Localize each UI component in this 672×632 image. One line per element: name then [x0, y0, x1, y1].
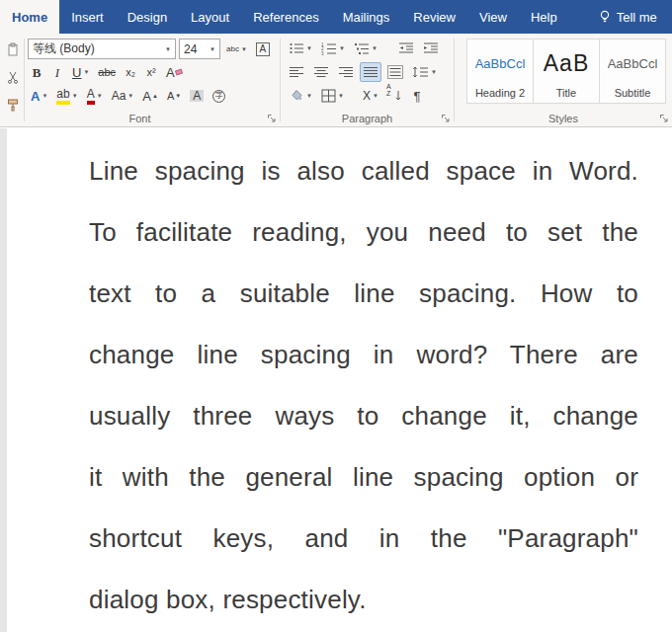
grow-font-button[interactable]: A ▲: [139, 86, 161, 106]
text-effects-icon: A: [31, 90, 40, 103]
align-center-icon: [313, 65, 329, 79]
strikethrough-icon: abc: [98, 67, 116, 78]
document-line[interactable]: shortcut keys, and in the "Paragraph": [89, 508, 638, 569]
highlighter-icon: ab: [56, 88, 69, 105]
document-line[interactable]: To facilitate reading, you need to set t…: [89, 201, 638, 263]
clear-formatting-button[interactable]: A: [163, 62, 186, 82]
increase-indent-icon: [423, 41, 439, 55]
font-color-button[interactable]: A ▼: [84, 86, 106, 106]
paragraph-group-label: Paragraph: [281, 113, 454, 124]
underline-button[interactable]: U ▼: [69, 62, 92, 82]
align-center-button[interactable]: [310, 62, 332, 82]
document-line[interactable]: Line spacing is also called space in Wor…: [89, 140, 638, 201]
character-shading-button[interactable]: A: [187, 86, 207, 106]
tab-review[interactable]: Review: [401, 0, 467, 34]
document-line[interactable]: text to a suitable line spacing. How to: [89, 263, 638, 324]
underline-icon: U: [72, 66, 81, 79]
paragraph-dialog-launcher[interactable]: [441, 114, 451, 123]
styles-dialog-launcher[interactable]: [659, 114, 669, 123]
distributed-button[interactable]: [384, 62, 406, 82]
asian-layout-icon: X: [363, 90, 371, 102]
styles-group: AaBbCcl Heading 2 AaB Title AaBbCcl Subt…: [455, 34, 672, 126]
font-color-icon: A: [87, 88, 95, 105]
tab-references[interactable]: References: [241, 0, 330, 34]
font-group-label: Font: [0, 113, 280, 124]
phonetic-guide-button[interactable]: abc ▼: [223, 40, 250, 59]
line-spacing-button[interactable]: ▼: [409, 62, 440, 82]
chevron-down-icon: ▼: [42, 93, 47, 99]
tab-layout[interactable]: Layout: [179, 0, 241, 34]
align-right-button[interactable]: [335, 62, 357, 82]
sort-z-label: Z: [386, 90, 390, 97]
font-name-value: 等线 (Body): [33, 40, 95, 57]
enclose-characters-icon: 字: [212, 90, 225, 103]
change-case-button[interactable]: Aa ▼: [109, 86, 137, 106]
bold-button[interactable]: B: [28, 62, 45, 82]
subscript-button[interactable]: x₂: [122, 62, 139, 82]
chevron-down-icon: ▼: [339, 45, 345, 51]
tab-design[interactable]: Design: [116, 0, 179, 34]
styles-group-label: Styles: [455, 113, 672, 124]
chevron-down-icon: ▼: [373, 93, 378, 99]
tab-insert[interactable]: Insert: [59, 0, 116, 34]
font-name-combobox[interactable]: 等线 (Body) ▼: [28, 39, 176, 59]
multilevel-list-icon: [354, 41, 370, 55]
shading-button[interactable]: ▼: [286, 86, 315, 106]
styles-gallery: AaBbCcl Heading 2 AaB Title AaBbCcl Subt…: [466, 39, 665, 104]
tab-view[interactable]: View: [467, 0, 519, 34]
borders-button[interactable]: ▼: [318, 86, 347, 106]
superscript-button[interactable]: x²: [142, 62, 160, 82]
justify-icon: [363, 65, 378, 79]
style-name: Title: [556, 87, 576, 99]
document-line[interactable]: dialog box, respectively.: [89, 569, 638, 630]
chevron-down-icon: ▼: [306, 45, 312, 51]
text-highlight-button[interactable]: ab ▼: [53, 86, 80, 106]
bullets-button[interactable]: ▼: [286, 39, 315, 58]
font-dialog-launcher[interactable]: [267, 114, 277, 123]
font-group: 等线 (Body) ▼ 24 ▼ abc ▼ A B I: [0, 34, 280, 126]
chevron-down-icon: ▼: [372, 45, 378, 51]
show-formatting-marks-button[interactable]: ¶: [408, 86, 426, 106]
chevron-down-icon: ▼: [83, 69, 89, 75]
multilevel-list-button[interactable]: ▼: [351, 39, 380, 58]
tab-help[interactable]: Help: [519, 0, 569, 34]
numbered-list-icon: 123: [321, 41, 337, 55]
svg-text:3: 3: [321, 51, 324, 56]
document-line[interactable]: change line spacing in word? There are: [89, 324, 638, 385]
shrink-font-button[interactable]: A ▼: [164, 86, 184, 106]
sort-button[interactable]: A Z: [384, 86, 405, 106]
bullet-list-icon: [289, 41, 304, 55]
phonetic-guide-icon: abc: [226, 45, 239, 53]
style-card-title[interactable]: AaB Title: [533, 39, 600, 104]
document-canvas[interactable]: Line spacing is also called space in Wor…: [0, 128, 672, 632]
tell-me-label: Tell me: [617, 10, 657, 25]
down-arrow-icon: ▼: [175, 93, 181, 99]
document-page[interactable]: Line spacing is also called space in Wor…: [89, 140, 638, 630]
character-border-button[interactable]: A: [253, 40, 273, 59]
enclose-characters-button[interactable]: 字: [210, 86, 228, 106]
tab-mailings[interactable]: Mailings: [331, 0, 402, 34]
increase-indent-button[interactable]: [420, 39, 442, 58]
document-line[interactable]: it with the general line spacing option …: [89, 446, 638, 508]
tab-home[interactable]: Home: [0, 0, 59, 34]
decrease-indent-button[interactable]: [395, 39, 417, 58]
align-left-icon: [289, 65, 304, 79]
justify-button[interactable]: [360, 62, 381, 82]
style-card-heading2[interactable]: AaBbCcl Heading 2: [466, 39, 534, 104]
text-effects-button[interactable]: A ▼: [28, 86, 50, 106]
strikethrough-button[interactable]: abc: [95, 62, 119, 82]
align-left-button[interactable]: [286, 62, 307, 82]
chevron-down-icon: ▼: [97, 93, 103, 99]
style-name: Heading 2: [475, 87, 525, 99]
font-size-combobox[interactable]: 24 ▼: [179, 39, 220, 59]
style-card-subtitle[interactable]: AaBbCcl Subtitle: [599, 39, 666, 104]
tell-me-box[interactable]: Tell me: [587, 0, 669, 34]
line-spacing-icon: [412, 65, 429, 79]
asian-layout-button[interactable]: X ▼: [360, 86, 381, 106]
character-border-icon: A: [256, 42, 270, 56]
document-line[interactable]: usually three ways to change it, change: [89, 385, 638, 446]
sort-a-label: A: [386, 83, 391, 90]
dialog-launcher-icon: [267, 114, 277, 123]
italic-button[interactable]: I: [48, 62, 66, 82]
numbering-button[interactable]: 123 ▼: [318, 39, 348, 58]
